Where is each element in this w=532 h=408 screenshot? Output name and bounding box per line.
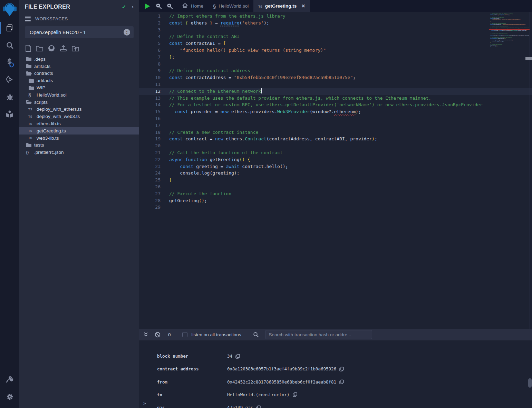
tree-item-ethers-lib-ts[interactable]: TSethers-lib.ts <box>19 120 139 127</box>
transaction-detail-row: toHelloWorld.(constructor) <box>139 392 532 399</box>
upload-file-icon[interactable] <box>59 44 67 52</box>
copy-icon[interactable] <box>235 354 240 359</box>
new-file-icon[interactable] <box>25 44 31 52</box>
code-line-11: 11 <box>139 81 532 88</box>
ts-icon: TS <box>28 136 37 140</box>
tree-item-label: HelloWorld.sol <box>37 92 67 98</box>
code-text: // Connect to the Ethereum network <box>169 88 262 95</box>
terminal-panel: 0 listen on all transactions block numbe… <box>139 329 532 408</box>
tree-item--prettierrc-json[interactable]: {}.prettierrc.json <box>19 149 139 156</box>
tree-item-helloworld-sol[interactable]: §HelloWorld.sol <box>19 91 139 99</box>
file-explorer-icon[interactable] <box>0 19 19 37</box>
terminal-scrollbar-thumb[interactable] <box>528 378 532 388</box>
tree-item-getgreeting-ts[interactable]: TSgetGreeting.ts <box>19 127 139 135</box>
tree-item-scripts[interactable]: scripts <box>19 99 139 106</box>
search-icon[interactable] <box>0 37 19 54</box>
zoom-in-icon[interactable] <box>164 0 175 12</box>
detail-label: contract address <box>157 366 199 371</box>
code-text: console.log(greeting); <box>169 170 240 177</box>
tree-item-label: ethers-lib.ts <box>37 121 61 126</box>
chevron-right-icon[interactable]: › <box>132 3 134 10</box>
copy-icon[interactable] <box>293 392 297 397</box>
detail-label: block number <box>157 354 188 359</box>
upload-folder-icon[interactable] <box>71 45 79 52</box>
tree-item-deploy-with-ethers-ts[interactable]: TSdeploy_with_ethers.ts <box>19 106 139 113</box>
learneth-icon[interactable] <box>0 106 19 123</box>
code-lines: 1// Import ethers from the ethers.js lib… <box>139 12 532 211</box>
terminal-search-input[interactable] <box>265 330 372 339</box>
line-number: 11 <box>139 81 161 88</box>
remix-logo-icon[interactable] <box>0 0 19 19</box>
tree-item-tests[interactable]: tests <box>19 142 139 149</box>
file-explorer-toolbar <box>19 38 139 55</box>
listen-all-transactions-checkbox[interactable] <box>182 332 187 337</box>
code-text: // Import ethers from the ethers.js libr… <box>169 13 286 20</box>
line-number: 29 <box>139 204 161 211</box>
deploy-run-icon[interactable] <box>0 71 19 88</box>
minimap-line: const contractAddress = "0xb54febb5c0c0f… <box>490 24 529 25</box>
code-text: "function hello() public view returns (s… <box>169 47 326 54</box>
workspaces-menu-icon[interactable] <box>25 17 31 21</box>
tree-item-label: artifacts <box>37 78 53 83</box>
tab-helloworld-sol[interactable]: §HelloWorld.sol <box>208 0 253 12</box>
tab-home[interactable]: Home <box>177 0 208 12</box>
folder-icon <box>26 57 34 61</box>
tree-item-artifacts[interactable]: artifacts <box>19 63 139 70</box>
minimap-scroll-handle[interactable] <box>525 57 532 60</box>
detail-value-text: 0x42452c22c88178685850e68beb6cf0f2aeab8f… <box>227 379 336 385</box>
tab-label: HelloWorld.sol <box>219 3 249 9</box>
detail-value: HelloWorld.(constructor) <box>227 392 297 397</box>
minimap-error-marker <box>489 29 530 30</box>
code-line-2: 2const { ethers } = require('ethers'); <box>139 20 532 27</box>
code-line-23: 23 const greeting = await contract.hello… <box>139 163 532 170</box>
tree-item-wip[interactable]: WIP <box>19 84 139 91</box>
copy-icon[interactable] <box>339 379 344 384</box>
close-tab-icon[interactable]: ✕ <box>301 3 305 9</box>
code-line-9: 9// Define the contract address <box>139 67 532 74</box>
tree-item-deploy-with-web3-ts[interactable]: TSdeploy_with_web3.ts <box>19 113 139 120</box>
tree-item-label: .deps <box>34 57 46 62</box>
code-line-16: 16 <box>139 115 532 122</box>
code-line-26: 26 <box>139 183 532 190</box>
new-folder-icon[interactable] <box>36 45 43 52</box>
detail-label: to <box>157 392 162 397</box>
minimap[interactable]: // Import ethers from the ethers.js libr… <box>490 13 529 48</box>
clone-github-icon[interactable] <box>48 44 55 52</box>
tab-getgreeting-ts[interactable]: TSgetGreeting.ts✕ <box>253 0 310 12</box>
clear-console-icon[interactable] <box>155 332 161 338</box>
line-number: 15 <box>139 108 161 115</box>
zoom-out-icon[interactable] <box>153 0 164 12</box>
line-number: 12 <box>139 88 161 95</box>
terminal-search-icon <box>253 332 259 338</box>
code-text: const contract = new ethers.Contract(con… <box>169 136 377 142</box>
debugger-icon[interactable] <box>0 88 19 106</box>
tree-item-label: deploy_with_ethers.ts <box>37 107 82 112</box>
code-editor[interactable]: 1// Import ethers from the ethers.js lib… <box>139 12 532 329</box>
minimap-line <box>490 47 529 48</box>
transaction-detail-row: from0x42452c22c88178685850e68beb6cf0f2ae… <box>139 379 532 386</box>
tree-item--deps[interactable]: .deps <box>19 56 139 63</box>
transaction-detail-row: block number34 <box>139 354 532 360</box>
tree-item-label: scripts <box>34 100 48 105</box>
expand-terminal-icon[interactable] <box>143 332 148 337</box>
workspace-select[interactable]: OpenZeppelin ERC20 - 1 ▲▼ <box>25 26 134 38</box>
tree-item-contracts[interactable]: contracts <box>19 70 139 77</box>
copy-icon[interactable] <box>256 405 261 408</box>
run-script-button[interactable] <box>142 0 153 12</box>
line-number: 9 <box>139 67 161 74</box>
json-icon: {} <box>26 150 34 155</box>
terminal-prompt[interactable]: > <box>143 401 146 406</box>
code-line-6: 6 "function hello() public view returns … <box>139 47 532 54</box>
copy-icon[interactable] <box>339 367 344 371</box>
transaction-detail-row: gas475149 gas <box>139 405 532 408</box>
settings-icon[interactable] <box>0 388 19 405</box>
terminal-toolbar: 0 listen on all transactions <box>139 329 532 340</box>
check-icon[interactable]: ✓ <box>122 4 126 10</box>
ts-icon: TS <box>28 108 37 111</box>
tree-item-artifacts[interactable]: artifacts <box>19 77 139 84</box>
solidity-compiler-icon[interactable] <box>0 54 19 71</box>
ts-icon: TS <box>28 115 37 118</box>
code-line-27: 27// Execute the function <box>139 190 532 197</box>
plugin-manager-icon[interactable] <box>0 371 19 388</box>
tree-item-web3-lib-ts[interactable]: TSweb3-lib.ts <box>19 135 139 142</box>
